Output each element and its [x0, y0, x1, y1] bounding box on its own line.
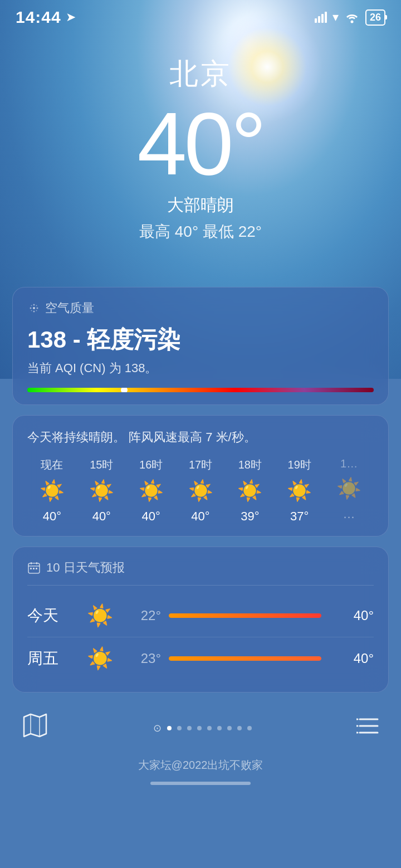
footer-text: 大家坛@2022出坑不败家 [0, 753, 401, 778]
hourly-label-3: 17时 [176, 457, 226, 472]
hourly-icon-1: ☀️ [77, 479, 126, 503]
dot-5[interactable] [217, 726, 222, 730]
dot-4[interactable] [207, 726, 212, 730]
air-quality-label: 空气质量 [45, 300, 94, 316]
svg-point-1 [33, 307, 35, 309]
aqi-indicator [121, 388, 128, 392]
svg-rect-15 [33, 568, 35, 569]
signal-icon [315, 12, 327, 23]
hourly-icon-6: ☀️ [324, 477, 374, 500]
forecast-row-today: 今天 ☀️ 22° 40° [27, 594, 374, 637]
svg-point-6 [31, 305, 32, 306]
hourly-forecast-card: 今天将持续晴朗。 阵风风速最高 7 米/秒。 现在 ☀️ 40° 15时 ☀️ … [12, 415, 389, 537]
temp-range: 最高 40° 最低 22° [0, 221, 401, 242]
svg-point-8 [31, 310, 32, 311]
hourly-temp-0: 40° [27, 509, 77, 524]
calendar-icon [27, 561, 41, 574]
forecast-bar-today [169, 613, 321, 618]
hourly-item-1: 15时 ☀️ 40° [77, 457, 126, 524]
svg-point-0 [350, 21, 353, 23]
forecast-bar-fill-fri [169, 656, 321, 661]
pagination-dots: ⊙ [153, 722, 252, 734]
hourly-temp-3: 40° [176, 509, 226, 524]
hourly-icon-2: ☀️ [126, 479, 176, 503]
svg-rect-16 [36, 568, 37, 569]
dot-7[interactable] [237, 726, 242, 730]
hourly-row: 现在 ☀️ 40° 15时 ☀️ 40° 16时 ☀️ 40° 17时 ☀️ [27, 457, 374, 524]
temperature-display: 40° [0, 99, 401, 188]
svg-point-4 [33, 304, 35, 306]
hourly-temp-6: … [324, 507, 374, 521]
svg-point-7 [36, 305, 37, 306]
air-quality-card: 空气质量 138 - 轻度污染 当前 AQI (CN) 为 138。 [12, 287, 389, 405]
forecast-header: 10 日天气预报 [27, 559, 374, 586]
hourly-label-1: 15时 [77, 457, 126, 472]
forecast-icon-fri: ☀️ [83, 646, 116, 671]
svg-point-3 [37, 308, 38, 309]
home-indicator [150, 782, 251, 785]
location-arrow-icon: ➤ [66, 10, 76, 25]
hourly-item-2: 16时 ☀️ 40° [126, 457, 176, 524]
forecast-low-fri: 23° [116, 651, 161, 666]
dot-2[interactable] [187, 726, 192, 730]
map-icon[interactable] [22, 713, 48, 743]
hourly-temp-1: 40° [77, 509, 126, 524]
forecast-high-today: 40° [329, 608, 374, 623]
wifi-signal-icon [344, 11, 360, 23]
hourly-label-2: 16时 [126, 457, 176, 472]
hourly-label-6: 1… [324, 457, 374, 470]
weather-description: 大部晴朗 [0, 194, 401, 217]
forecast-day-fri: 周五 [27, 648, 83, 669]
ten-day-label: 10 日天气预报 [46, 559, 125, 576]
svg-marker-17 [24, 714, 46, 737]
hourly-item-3: 17时 ☀️ 40° [176, 457, 226, 524]
wifi-icon: ▾ [332, 10, 339, 25]
aqi-bar [27, 388, 374, 392]
status-bar: 14:44 ➤ ▾ 26 [0, 0, 401, 27]
hourly-icon-5: ☀️ [275, 479, 324, 503]
air-quality-icon [27, 301, 41, 315]
svg-point-2 [30, 308, 32, 309]
bottom-bar: ⊙ [0, 703, 401, 753]
forecast-bar-fri [169, 656, 321, 661]
hourly-label-5: 19时 [275, 457, 324, 472]
hourly-icon-4: ☀️ [225, 479, 275, 503]
forecast-bar-fill-today [169, 613, 321, 618]
ten-day-forecast-card: 10 日天气预报 今天 ☀️ 22° 40° 周五 ☀️ 23° 4 [12, 547, 389, 693]
dot-6[interactable] [227, 726, 232, 730]
forecast-icon-today: ☀️ [83, 603, 116, 628]
hourly-temp-2: 40° [126, 509, 176, 524]
hourly-icon-0: ☀️ [27, 479, 77, 503]
battery-icon: 26 [365, 9, 385, 26]
hourly-item-6: 1… ☀️ … [324, 457, 374, 524]
hourly-label-4: 18时 [225, 457, 275, 472]
forecast-row-fri: 周五 ☀️ 23° 40° [27, 637, 374, 680]
hourly-temp-5: 37° [275, 509, 324, 524]
location-dot-indicator: ⊙ [153, 722, 162, 734]
hourly-item-4: 18时 ☀️ 39° [225, 457, 275, 524]
dot-3[interactable] [197, 726, 202, 730]
hourly-temp-4: 39° [225, 509, 275, 524]
forecast-high-fri: 40° [329, 651, 374, 666]
dot-0[interactable] [167, 726, 172, 730]
city-name: 北京 [0, 55, 401, 94]
aqi-value: 138 - 轻度污染 [27, 324, 374, 355]
forecast-day-today: 今天 [27, 605, 83, 626]
status-right: ▾ 26 [315, 9, 385, 26]
hourly-label-0: 现在 [27, 457, 77, 472]
air-quality-header: 空气质量 [27, 300, 374, 316]
svg-point-9 [36, 310, 37, 311]
list-icon[interactable] [356, 716, 379, 740]
dot-1[interactable] [177, 726, 182, 730]
hourly-icon-3: ☀️ [176, 479, 226, 503]
svg-point-5 [33, 311, 35, 313]
cards-area: 空气质量 138 - 轻度污染 当前 AQI (CN) 为 138。 今天将持续… [0, 287, 401, 693]
dot-8[interactable] [247, 726, 252, 730]
aqi-detail: 当前 AQI (CN) 为 138。 [27, 360, 374, 377]
weather-main: 北京 40° 大部晴朗 最高 40° 最低 22° [0, 27, 401, 242]
status-time: 14:44 [16, 8, 61, 27]
hourly-item-0: 现在 ☀️ 40° [27, 457, 77, 524]
svg-rect-14 [30, 568, 32, 569]
hourly-item-5: 19时 ☀️ 37° [275, 457, 324, 524]
weather-summary: 今天将持续晴朗。 阵风风速最高 7 米/秒。 [27, 428, 374, 446]
